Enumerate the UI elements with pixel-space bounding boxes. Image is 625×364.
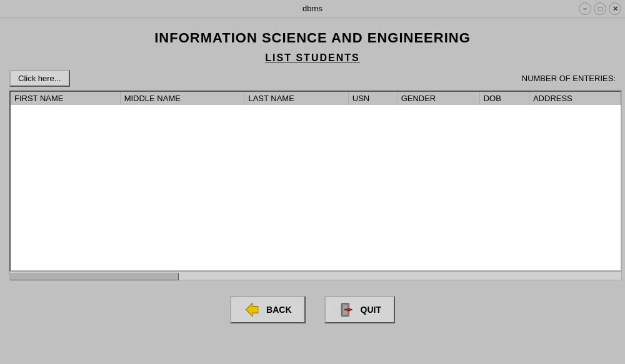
svg-rect-1	[251, 308, 258, 312]
student-table: FIRST NAME MIDDLE NAME LAST NAME USN GEN…	[11, 92, 621, 105]
minimize-icon: −	[583, 5, 587, 12]
close-button[interactable]: ✕	[609, 2, 621, 15]
title-bar: dbms − □ ✕	[0, 0, 625, 17]
close-icon: ✕	[612, 5, 618, 13]
app-title: INFORMATION SCIENCE AND ENGINEERING	[9, 24, 616, 49]
title-bar-title: dbms	[302, 4, 322, 13]
back-button[interactable]: BACK	[230, 296, 305, 323]
svg-point-5	[347, 309, 348, 310]
quit-label: QUIT	[361, 305, 381, 315]
scrollbar-thumb[interactable]	[10, 273, 179, 280]
table-header-row: FIRST NAME MIDDLE NAME LAST NAME USN GEN…	[11, 92, 621, 105]
page-title: LIST STUDENTS	[9, 49, 616, 70]
main-content: INFORMATION SCIENCE AND ENGINEERING LIST…	[0, 17, 625, 330]
maximize-icon: □	[598, 5, 602, 12]
bottom-buttons: BACK QUIT	[9, 296, 616, 323]
quit-icon	[338, 301, 356, 318]
entries-label: NUMBER OF ENTERIES:	[522, 74, 616, 83]
back-icon	[244, 301, 261, 318]
window-controls: − □ ✕	[579, 2, 621, 15]
col-dob: DOB	[479, 92, 529, 105]
click-here-button[interactable]: Click here...	[9, 70, 70, 87]
col-first-name: FIRST NAME	[11, 92, 120, 105]
maximize-button[interactable]: □	[594, 2, 606, 15]
col-last-name: LAST NAME	[244, 92, 348, 105]
col-address: ADDRESS	[529, 92, 620, 105]
back-label: BACK	[266, 305, 291, 315]
col-usn: USN	[348, 92, 397, 105]
quit-button[interactable]: QUIT	[324, 296, 395, 323]
student-table-container[interactable]: FIRST NAME MIDDLE NAME LAST NAME USN GEN…	[9, 91, 622, 272]
col-middle-name: MIDDLE NAME	[120, 92, 244, 105]
horizontal-scrollbar[interactable]	[9, 272, 622, 280]
col-gender: GENDER	[397, 92, 479, 105]
minimize-button[interactable]: −	[579, 2, 591, 15]
toolbar-row: Click here... NUMBER OF ENTERIES:	[9, 70, 616, 87]
